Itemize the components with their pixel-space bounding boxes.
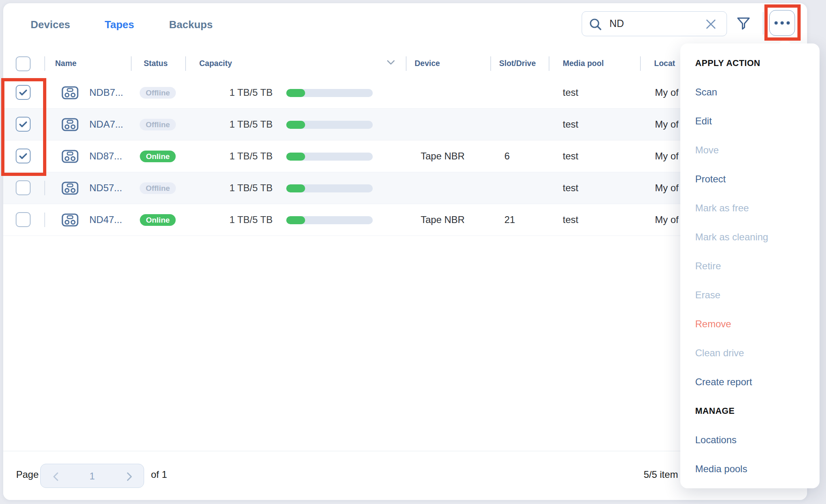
toolbar-divider [763,12,764,35]
column-divider [490,56,491,71]
status-badge: Online [140,151,176,162]
column-header-device[interactable]: Device [415,59,440,68]
highlight-more-button-rect [764,4,801,41]
tab-backups[interactable]: Backups [169,18,213,31]
tape-name[interactable]: ND57... [89,182,122,194]
menu-section-header: APPLY ACTION [680,49,820,78]
select-all-checkbox[interactable] [16,56,31,71]
search-box [582,11,727,36]
column-header-location[interactable]: Locat [654,59,675,68]
row-checkbox[interactable] [16,180,31,195]
items-count: 5/5 item [644,469,678,480]
menu-item-create-report[interactable]: Create report [680,368,820,397]
slot-drive-value: 6 [504,151,510,162]
tab-devices[interactable]: Devices [31,18,70,31]
tape-icon [61,117,79,134]
tape-icon [61,213,79,229]
menu-item-media-pools[interactable]: Media pools [680,454,820,483]
page-label: Page [16,469,39,480]
media-pool-value: test [563,214,578,225]
tape-icon [61,85,79,102]
sort-chevron-down-icon[interactable] [386,60,395,65]
status-badge: Offline [140,119,176,130]
status-badge: Offline [140,182,176,194]
device-value: Tape NBR [421,151,465,162]
media-pool-value: test [563,87,578,98]
location-value: My of [655,214,679,225]
tape-name[interactable]: ND87... [89,151,122,162]
highlight-checkboxes-rect [1,78,46,176]
page-of-label: of 1 [151,469,167,480]
status-badge: Online [140,214,176,226]
column-divider [406,56,407,71]
tapes-page: Devices Tapes Backups Name Status Capaci… [0,0,826,504]
media-pool-value: test [563,119,578,130]
capacity-progress-bar [286,216,373,224]
capacity-progress-bar [286,121,373,129]
menu-item-locations[interactable]: Locations [680,426,820,454]
media-pool-value: test [563,151,578,162]
filter-icon[interactable] [736,16,751,31]
menu-item-retire: Retire [680,252,820,281]
column-divider [44,56,45,71]
slot-drive-value: 21 [504,214,515,225]
menu-item-mark-as-cleaning: Mark as cleaning [680,223,820,252]
capacity-value: 1 TB/5 TB [229,182,273,194]
column-header-status[interactable]: Status [144,59,168,68]
search-icon [588,17,603,32]
menu-section-header: MANAGE [680,397,820,426]
menu-item-erase: Erase [680,281,820,310]
column-divider [131,56,132,71]
capacity-value: 1 TB/5 TB [229,214,273,225]
media-pool-value: test [563,182,578,194]
column-divider [185,56,186,71]
menu-item-remove[interactable]: Remove [680,310,820,339]
location-value: My of [655,182,679,194]
menu-item-edit[interactable]: Edit [680,107,820,136]
column-divider [640,56,641,71]
menu-item-mark-as-free: Mark as free [680,194,820,223]
capacity-progress-bar [286,153,373,161]
capacity-value: 1 TB/5 TB [229,151,273,162]
location-value: My of [655,119,679,130]
pagination-control: 1 [40,464,144,488]
menu-item-protect[interactable]: Protect [680,165,820,194]
tape-icon [61,149,79,165]
tape-icon [61,181,79,197]
search-input[interactable] [609,12,697,35]
column-header-media-pool[interactable]: Media pool [563,59,604,68]
menu-item-move: Move [680,136,820,165]
menu-item-clean-drive: Clean drive [680,339,820,368]
next-page-icon[interactable] [125,471,133,482]
capacity-progress-bar [286,184,373,192]
column-header-slot-drive[interactable]: Slot/Drive [499,59,536,68]
column-divider [44,213,45,227]
device-value: Tape NBR [421,214,465,225]
menu-item-scan[interactable]: Scan [680,78,820,107]
column-header-name[interactable]: Name [55,59,76,68]
capacity-value: 1 TB/5 TB [229,119,273,130]
capacity-progress-bar [286,89,373,97]
column-divider [44,181,45,195]
tape-name[interactable]: NDA7... [89,119,123,130]
tab-tapes[interactable]: Tapes [105,18,134,31]
column-divider [549,56,549,71]
clear-search-icon[interactable] [705,18,717,30]
tape-name[interactable]: ND47... [89,214,122,225]
actions-dropdown-menu: APPLY ACTIONScanEditMoveProtectMark as f… [680,43,820,488]
row-checkbox[interactable] [16,212,31,227]
tape-name[interactable]: NDB7... [89,87,123,98]
capacity-value: 1 TB/5 TB [229,87,273,98]
location-value: My of [655,87,679,98]
location-value: My of [655,151,679,162]
status-badge: Offline [140,87,176,99]
column-header-capacity[interactable]: Capacity [199,59,232,68]
